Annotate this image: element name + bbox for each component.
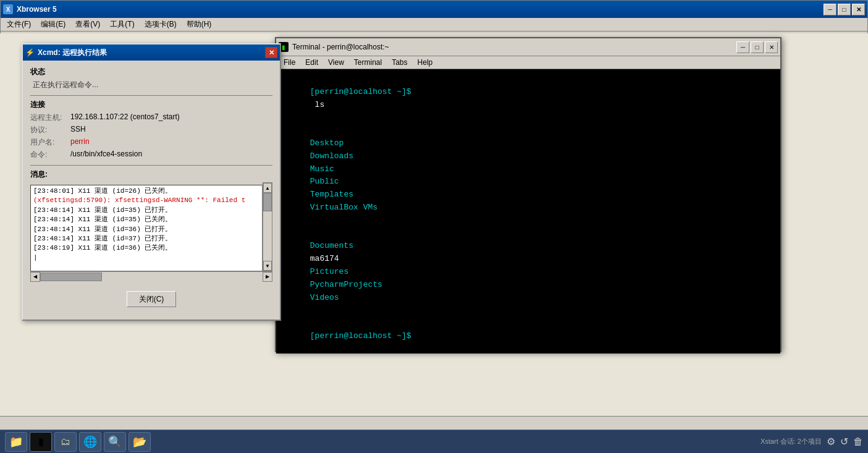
terminal-menu-terminal[interactable]: Terminal xyxy=(349,57,387,68)
terminal-tb-btns: ─ □ ✕ xyxy=(736,41,778,53)
terminal-menu-bar: File Edit View Terminal Tabs Help xyxy=(276,56,780,69)
xcmd-msg-line-7: [23:48:19] X11 渠道 (id=36) 已关闭。 xyxy=(33,243,259,253)
menu-view[interactable]: 查看(V) xyxy=(70,18,105,31)
terminal-menu-help[interactable]: Help xyxy=(413,57,438,68)
xcmd-scroll-right[interactable]: ▶ xyxy=(263,272,272,282)
terminal-prompt-2: [perrin@localhost ~]$ xyxy=(310,331,411,341)
terminal-minimize-button[interactable]: ─ xyxy=(736,41,749,53)
xcmd-vertical-scrollbar[interactable]: ▲ ▼ xyxy=(263,182,272,271)
taskbar-folder2-button[interactable]: 📂 xyxy=(129,432,151,452)
xcmd-connection-title: 连接 xyxy=(30,99,272,110)
terminal-prompt-1: [perrin@localhost ~]$ xyxy=(310,87,411,96)
terminal-music: Music xyxy=(310,164,363,174)
xcmd-username-value: perrin xyxy=(70,137,90,148)
xcmd-username-label: 用户名: xyxy=(30,137,70,148)
terminal-maximize-button[interactable]: □ xyxy=(751,41,764,53)
title-bar-buttons: ─ □ ✕ xyxy=(824,4,865,15)
terminal-line-prompt2: [perrin@localhost ~]$ xyxy=(281,317,775,354)
xcmd-msg-scroll-area: [23:48:01] X11 渠道 (id=26) 已关闭。 (xfsettin… xyxy=(30,182,272,271)
xcmd-scroll-left[interactable]: ◀ xyxy=(30,272,40,282)
xcmd-msg-line-1: [23:48:01] X11 渠道 (id=26) 已关闭。 xyxy=(33,187,259,196)
xcmd-footer: 关闭(C) xyxy=(30,286,272,313)
terminal-line-ls2: Documents ma6174 Pictures PycharmProject… xyxy=(281,227,775,318)
xcmd-scroll-thumb-area[interactable] xyxy=(263,193,272,261)
terminal-pycharm: PycharmProjects xyxy=(310,280,387,289)
xcmd-messages-section: 消息: [23:48:01] X11 渠道 (id=26) 已关闭。 (xfse… xyxy=(30,169,272,281)
xcmd-host-row: 远程主机: 192.168.1.107:22 (centos7_start) xyxy=(30,112,272,123)
terminal-line-1: [perrin@localhost ~]$ ls xyxy=(281,73,775,124)
terminal-line-ls: Desktop Downloads Music Public Templates… xyxy=(281,124,775,227)
xcmd-status-title: 状态 xyxy=(30,67,272,77)
menu-tabs[interactable]: 选项卡(B) xyxy=(140,18,182,31)
close-button[interactable]: ✕ xyxy=(852,4,865,15)
xcmd-icon: ⚡ xyxy=(25,48,35,57)
status-bar xyxy=(0,416,868,430)
xcmd-command-label: 命令: xyxy=(30,150,70,160)
taskbar: 📁 ▮ 🗂 🌐 🔍 📂 Xstart 会话: 2个项目 ⚙ ↺ 🗑 xyxy=(0,430,868,453)
xcmd-msg-line-3: [23:48:14] X11 渠道 (id=35) 已打开。 xyxy=(33,206,259,215)
xcmd-msg-line-5: [23:48:14] X11 渠道 (id=36) 已打开。 xyxy=(33,225,259,234)
menu-bar: 文件(F) 编辑(E) 查看(V) 工具(T) 选项卡(B) 帮助(H) xyxy=(1,18,867,32)
taskbar-delete-icon[interactable]: 🗑 xyxy=(853,436,863,447)
xcmd-username-row: 用户名: perrin xyxy=(30,137,272,148)
minimize-button[interactable]: ─ xyxy=(824,4,836,15)
terminal-menu-file[interactable]: File xyxy=(279,57,300,68)
taskbar-search-button[interactable]: 🔍 xyxy=(104,432,126,452)
xcmd-scroll-down[interactable]: ▼ xyxy=(263,261,272,271)
xcmd-divider-2 xyxy=(30,165,272,166)
xcmd-scroll-up[interactable]: ▲ xyxy=(263,183,272,193)
maximize-button[interactable]: □ xyxy=(838,4,851,15)
xcmd-protocol-row: 协议: SSH xyxy=(30,125,272,135)
xcmd-dialog: ⚡ Xcmd: 远程执行结果 ✕ 状态 正在执行远程命令... 连接 远程主机:… xyxy=(22,43,281,321)
xcmd-status-text: 正在执行远程命令... xyxy=(30,80,272,90)
taskbar-terminal-button[interactable]: ▮ xyxy=(30,432,52,452)
xcmd-title-close-button[interactable]: ✕ xyxy=(265,47,277,58)
xcmd-host-value: 192.168.1.107:22 (centos7_start) xyxy=(70,112,180,123)
terminal-menu-tabs[interactable]: Tabs xyxy=(387,57,412,68)
menu-tools[interactable]: 工具(T) xyxy=(105,18,139,31)
xcmd-status-section: 状态 正在执行远程命令... xyxy=(30,67,272,90)
menu-edit[interactable]: 编辑(E) xyxy=(36,18,70,31)
terminal-virtualbox: VirtualBox VMs xyxy=(310,203,377,212)
xcmd-connection-section: 连接 远程主机: 192.168.1.107:22 (centos7_start… xyxy=(30,99,272,160)
terminal-menu-edit[interactable]: Edit xyxy=(300,57,323,68)
terminal-desktop: Desktop xyxy=(310,138,368,148)
xcmd-close-dialog-button[interactable]: 关闭(C) xyxy=(127,291,176,307)
taskbar-folder-button[interactable]: 📁 xyxy=(5,432,27,452)
xcmd-horizontal-scrollbar[interactable]: ◀ ▶ xyxy=(30,271,272,281)
xcmd-msg-area[interactable]: [23:48:01] X11 渠道 (id=26) 已关闭。 (xfsettin… xyxy=(30,185,263,271)
taskbar-rotate-icon[interactable]: ↺ xyxy=(840,436,848,447)
xcmd-scroll-thumb[interactable] xyxy=(263,193,272,211)
xcmd-divider-1 xyxy=(30,95,272,96)
taskbar-files-button[interactable]: 🗂 xyxy=(54,432,77,452)
terminal-title-bar: ▮ Terminal - perrin@localhost:~ ─ □ ✕ xyxy=(276,38,780,56)
menu-help[interactable]: 帮助(H) xyxy=(182,18,217,31)
xcmd-protocol-label: 协议: xyxy=(30,125,70,135)
taskbar-settings-icon[interactable]: ⚙ xyxy=(827,436,835,447)
terminal-pictures: Pictures xyxy=(310,267,363,276)
terminal-documents: Documents xyxy=(310,241,368,250)
terminal-downloads: Downloads xyxy=(310,151,368,161)
xcmd-title-text: Xcmd: 远程执行结果 xyxy=(38,48,107,58)
terminal-videos: Videos xyxy=(310,293,339,302)
terminal-window: ▮ Terminal - perrin@localhost:~ ─ □ ✕ Fi… xyxy=(275,37,782,352)
terminal-ma6174: ma6174 xyxy=(310,254,368,263)
taskbar-xstart-label: Xstart 会话: 2个项目 xyxy=(761,437,822,446)
terminal-space xyxy=(310,344,315,354)
terminal-close-button[interactable]: ✕ xyxy=(765,41,778,53)
terminal-menu-view[interactable]: View xyxy=(323,57,349,68)
xcmd-msg-line-2: (xfsettingsd:5790): xfsettingsd-WARNING … xyxy=(33,196,259,205)
terminal-content[interactable]: [perrin@localhost ~]$ ls Desktop Downloa… xyxy=(276,69,780,354)
xcmd-horiz-thumb[interactable] xyxy=(40,273,102,281)
taskbar-right: Xstart 会话: 2个项目 ⚙ ↺ 🗑 xyxy=(761,436,863,447)
menu-file[interactable]: 文件(F) xyxy=(2,18,36,31)
xcmd-host-label: 远程主机: xyxy=(30,112,70,123)
xcmd-msg-line-cursor: | xyxy=(33,253,259,263)
xcmd-msg-container: [23:48:01] X11 渠道 (id=26) 已关闭。 (xfsettin… xyxy=(30,182,272,281)
terminal-title-text: Terminal - perrin@localhost:~ xyxy=(292,43,734,51)
xcmd-title-bar: ⚡ Xcmd: 远程执行结果 ✕ xyxy=(23,44,280,61)
terminal-cmd-1: ls xyxy=(310,100,324,109)
app-title: Xbrowser 5 xyxy=(17,5,824,14)
terminal-public: Public xyxy=(310,177,377,186)
taskbar-globe-button[interactable]: 🌐 xyxy=(79,432,101,452)
